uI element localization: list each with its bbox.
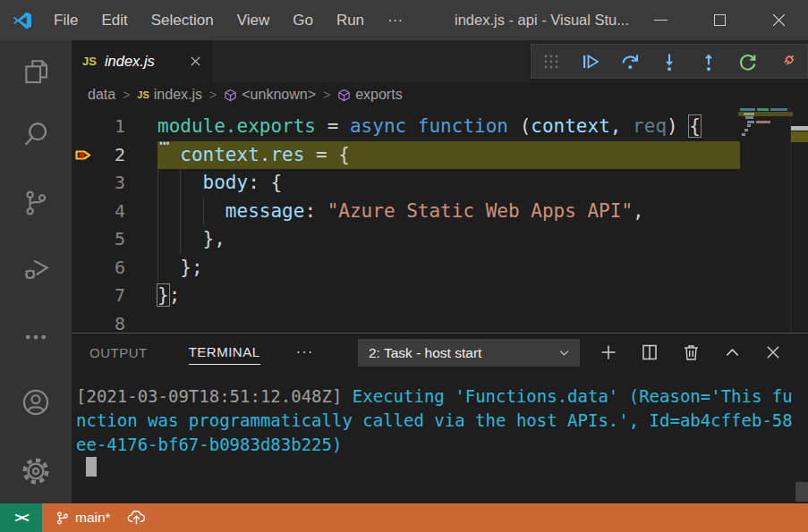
window-controls: [631, 0, 808, 40]
menu-[interactable]: ···: [376, 0, 414, 40]
menu-run[interactable]: Run: [325, 0, 376, 40]
breadcrumb: data>JSindex.js><unknown>>exports: [72, 82, 808, 107]
tab-output[interactable]: OUTPUT: [89, 345, 148, 360]
breadcrumb-label: <unknown>: [242, 87, 316, 103]
menu-view[interactable]: View: [225, 0, 282, 40]
code-line-8: 8: [72, 310, 808, 334]
menu-bar: FileEditSelectionViewGoRun···: [42, 0, 414, 40]
code-line-content[interactable]: body: {: [157, 169, 282, 198]
tab-close-button[interactable]: [189, 55, 202, 68]
code-token: }: [157, 284, 169, 306]
terminal-output[interactable]: [2021-03-09T18:51:12.048Z] Executing 'Fu…: [76, 384, 790, 457]
run-and-debug-icon[interactable]: [0, 248, 72, 287]
maximize-panel-button[interactable]: [723, 343, 741, 361]
window-title: index.js - api - Visual Stu...: [455, 0, 629, 40]
code-token: ): [667, 115, 689, 137]
code-line-3: 3 body: {: [72, 169, 808, 198]
close-icon: [189, 55, 202, 68]
debug-restart-button[interactable]: [736, 50, 760, 73]
code-line-content[interactable]: module.exports = async function (context…: [157, 113, 701, 141]
debug-continue-button[interactable]: [579, 50, 602, 73]
inline-hint-dots: ⋯: [159, 132, 170, 152]
debug-step-out-button[interactable]: [697, 50, 720, 73]
kill-terminal-button[interactable]: [682, 343, 700, 361]
minimize-icon: [654, 20, 668, 21]
close-panel-button[interactable]: [764, 343, 782, 361]
code-token: context: [180, 144, 259, 165]
publish-changes-button[interactable]: [127, 509, 146, 528]
code-line-4: 4 message: "Azure Static Web Apps API",: [72, 198, 808, 226]
line-number: 1: [72, 113, 125, 141]
menu-file[interactable]: File: [42, 0, 89, 40]
symbol-module-icon: [224, 89, 237, 102]
breadcrumb-item-unknown[interactable]: <unknown>: [224, 87, 316, 103]
code-line-2: 2 context.res = {⋯: [72, 141, 808, 170]
overview-ruler-cursor-marker: [791, 126, 808, 131]
terminal-scrollbar[interactable]: [795, 482, 808, 502]
code-token: =: [316, 115, 350, 137]
more-actions-icon[interactable]: [0, 317, 72, 357]
minimap[interactable]: [740, 108, 791, 144]
code-line-content[interactable]: message: "Azure Static Web Apps API",: [157, 198, 644, 226]
code-line-7: 7};: [72, 282, 808, 310]
debug-step-into-button[interactable]: [658, 50, 681, 73]
explorer-icon[interactable]: [0, 52, 72, 91]
vscode-window: FileEditSelectionViewGoRun··· index.js -…: [0, 0, 808, 532]
new-terminal-button[interactable]: [600, 343, 617, 361]
remote-indicator[interactable]: ><: [0, 503, 42, 532]
maximize-button[interactable]: [690, 0, 749, 40]
js-file-icon: JS: [137, 89, 149, 100]
code-token: ,: [610, 115, 633, 137]
search-icon[interactable]: [0, 114, 72, 154]
line-number: 6: [72, 254, 125, 283]
symbol-module-icon: [337, 89, 351, 102]
menu-selection[interactable]: Selection: [140, 0, 225, 40]
menu-edit[interactable]: Edit: [89, 0, 139, 40]
code-line-5: 5 },: [72, 225, 808, 254]
close-window-button[interactable]: [749, 0, 808, 40]
terminal-line: ee-4176-bf67-b0983d83b225): [76, 433, 790, 457]
breadcrumb-item-exports[interactable]: exports: [337, 87, 402, 103]
breadcrumb-item-indexjs[interactable]: JSindex.js: [137, 87, 202, 103]
close-icon: [771, 13, 787, 28]
breadcrumb-label: index.js: [154, 87, 202, 103]
chevron-up-icon: [724, 344, 741, 361]
breadcrumb-label: exports: [355, 87, 402, 103]
settings-gear-icon[interactable]: [0, 452, 72, 491]
panel-more-actions[interactable]: ···: [296, 343, 314, 361]
git-branch-icon: [55, 511, 70, 526]
js-file-icon: JS: [82, 55, 97, 68]
tab-terminal[interactable]: TERMINAL: [189, 344, 260, 365]
source-control-icon[interactable]: [0, 183, 72, 223]
debug-disconnect-button[interactable]: [776, 50, 799, 73]
minimize-button[interactable]: [631, 0, 690, 40]
debug-step-over-button[interactable]: [618, 50, 642, 73]
breadcrumb-item-data[interactable]: data: [88, 87, 115, 103]
line-number: 4: [72, 198, 125, 226]
branch-status-item[interactable]: main*: [55, 510, 111, 526]
code-token: ;: [169, 284, 181, 306]
panel-actions: [600, 334, 782, 371]
line-number: 8: [72, 310, 125, 334]
code-token: async: [350, 115, 406, 137]
breadcrumb-separator-icon: >: [323, 88, 330, 102]
breadcrumb-label: data: [88, 87, 115, 103]
terminal-line: [2021-03-09T18:51:12.048Z] Executing 'Fu…: [76, 384, 790, 409]
menu-go[interactable]: Go: [281, 0, 325, 40]
code-token: module.exports: [157, 115, 316, 137]
terminal-text: [2021-03-09T18:51:12.048Z]: [76, 386, 342, 406]
split-terminal-button[interactable]: [641, 343, 659, 361]
breadcrumb-separator-icon: >: [209, 88, 217, 102]
code-line-content[interactable]: };: [157, 282, 180, 310]
code-line-content[interactable]: },: [157, 225, 225, 254]
terminal-text: Executing 'Functions.data' (Reason='This…: [342, 386, 792, 406]
code-line-content[interactable]: context.res = {: [157, 141, 350, 170]
terminal-select-dropdown[interactable]: 2: Task - host start: [358, 339, 580, 367]
drag-grip-icon[interactable]: [540, 50, 563, 73]
code-token: message: [225, 200, 305, 222]
code-editor[interactable]: 1module.exports = async function (contex…: [72, 107, 808, 333]
code-line-content[interactable]: };: [157, 254, 203, 283]
account-icon[interactable]: [0, 383, 72, 422]
tab-index-js[interactable]: JS index.js: [72, 40, 213, 82]
terminal-cursor: [86, 457, 97, 477]
